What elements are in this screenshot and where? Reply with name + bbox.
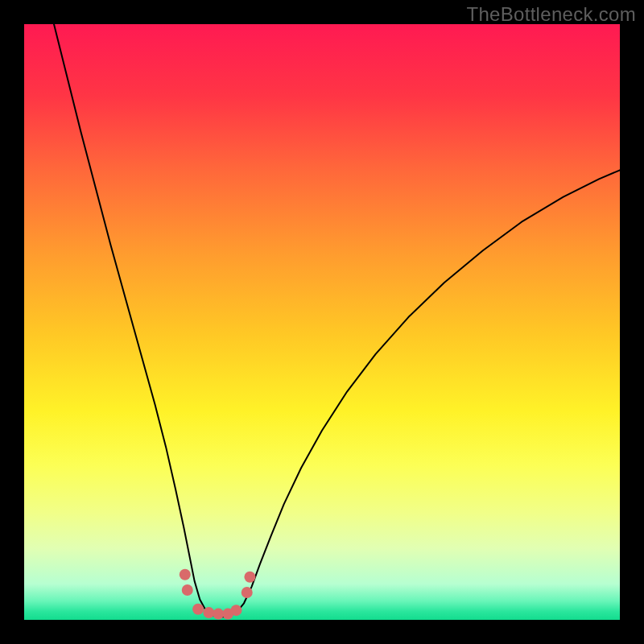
valley-marker (192, 604, 204, 615)
gradient-background (24, 24, 620, 620)
chart-canvas: TheBottleneck.com (0, 0, 644, 644)
valley-marker (244, 572, 255, 583)
watermark-label: TheBottleneck.com (466, 3, 636, 26)
valley-marker (203, 607, 214, 618)
valley-marker (230, 605, 242, 616)
chart-svg (24, 24, 620, 620)
valley-marker (182, 584, 193, 596)
valley-marker (180, 569, 191, 580)
valley-marker (242, 587, 253, 598)
plot-area (24, 24, 620, 620)
